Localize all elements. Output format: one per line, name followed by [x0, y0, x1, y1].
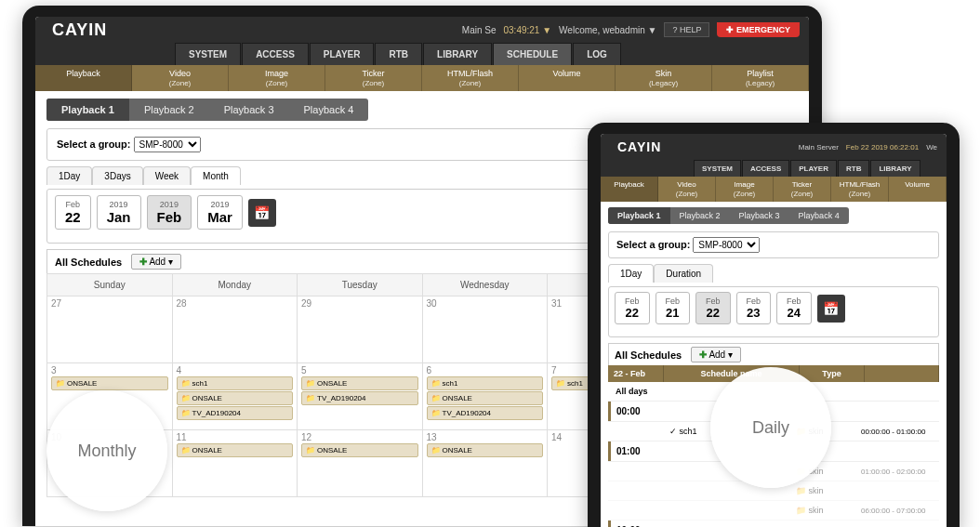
playback-tab[interactable]: Playback 4 [789, 207, 849, 224]
event-chip[interactable]: sch1 [177, 376, 294, 390]
event-chip[interactable]: TV_AD190204 [427, 406, 544, 420]
time-label: 01:00 [608, 441, 655, 461]
calendar-cell[interactable]: 6sch1ONSALETV_AD190204 [422, 363, 548, 430]
subnav-item[interactable]: Image(Zone) [716, 177, 774, 202]
event-chip[interactable]: ONSALE [51, 376, 168, 390]
add-button[interactable]: ✚ Add ▾ [691, 347, 741, 362]
subnav-item[interactable]: Volume [519, 65, 616, 91]
date-selector[interactable]: Feb22 [695, 292, 731, 324]
playback-tab[interactable]: Playback 1 [46, 99, 129, 121]
view-tab[interactable]: Week [143, 166, 191, 185]
day-header: Monday [172, 274, 298, 296]
view-tab[interactable]: 3Days [92, 166, 142, 185]
mainnav-access[interactable]: ACCESS [242, 43, 309, 65]
mainnav-schedule[interactable]: SCHEDULE [493, 43, 572, 65]
view-tab[interactable]: 1Day [608, 264, 654, 283]
view-tab[interactable]: 1Day [46, 166, 92, 185]
subnav-item[interactable]: Playback [601, 177, 658, 202]
all-schedules-label: All Schedules [615, 349, 682, 361]
playback-tab[interactable]: Playback 3 [209, 99, 289, 121]
date-selector[interactable]: Feb21 [656, 292, 691, 324]
group-label: Select a group: [57, 138, 130, 150]
clock: Feb 22 2019 06:22:01 [846, 143, 919, 152]
mainnav-system[interactable]: SYSTEM [694, 160, 741, 177]
playback-tab[interactable]: Playback 1 [608, 207, 670, 224]
date-selector[interactable]: 2019Feb [147, 195, 192, 230]
event-chip[interactable]: ONSALE [177, 391, 294, 405]
add-button[interactable]: ✚ Add ▾ [131, 254, 181, 270]
playback-tab[interactable]: Playback 3 [730, 207, 789, 224]
date-selector[interactable]: 2019Mar [197, 195, 243, 230]
date-selector[interactable]: Feb22 [55, 195, 91, 230]
calendar-icon[interactable]: 📅 [817, 295, 845, 323]
subnav-item[interactable]: Playlist(Legacy) [712, 65, 809, 91]
calendar-cell[interactable]: 27 [47, 296, 173, 363]
calendar-cell[interactable]: 28 [172, 296, 298, 363]
view-tab[interactable]: Month [191, 166, 241, 185]
event-chip[interactable]: TV_AD190204 [177, 406, 294, 420]
welcome-text: We [926, 143, 937, 152]
subnav-item[interactable]: Video(Zone) [658, 177, 716, 202]
calendar-cell[interactable]: 30 [422, 296, 548, 363]
welcome-text: Welcome, webadmin ▼ [559, 25, 656, 35]
playback-tab[interactable]: Playback 4 [289, 99, 369, 121]
calendar-cell[interactable]: 13ONSALE [422, 430, 548, 497]
event-chip[interactable]: sch1 [427, 376, 544, 390]
calendar-cell[interactable]: 4sch1ONSALETV_AD190204 [172, 363, 298, 430]
calendar-cell[interactable]: 12ONSALE [298, 430, 423, 497]
day-header: Wednesday [422, 274, 548, 296]
mainnav-player[interactable]: PLAYER [790, 160, 837, 177]
emergency-button[interactable]: ✚ EMERGENCY [717, 22, 800, 37]
brand-logo: CAYIN [45, 20, 114, 40]
view-tabs: 1DayDuration [608, 264, 939, 283]
event-chip[interactable]: ONSALE [301, 443, 418, 457]
mainnav-log[interactable]: LOG [573, 43, 621, 65]
day-header: Tuesday [298, 274, 423, 296]
playback-tabs: Playback 1Playback 2Playback 3Playback 4 [46, 99, 368, 121]
event-chip[interactable]: TV_AD190204 [301, 391, 418, 405]
mainnav-library[interactable]: LIBRARY [870, 160, 920, 177]
mainnav-rtb[interactable]: RTB [838, 160, 869, 177]
playback-tab[interactable]: Playback 2 [670, 207, 730, 224]
subnav-item[interactable]: Ticker(Zone) [325, 65, 422, 91]
view-tab[interactable]: Duration [654, 264, 713, 283]
subnav-item[interactable]: Video(Zone) [132, 65, 229, 91]
mainnav-rtb[interactable]: RTB [375, 43, 422, 65]
mainnav-player[interactable]: PLAYER [310, 43, 375, 65]
date-selector[interactable]: Feb22 [615, 292, 650, 324]
subnav-item[interactable]: HTML/Flash(Zone) [422, 65, 519, 91]
group-panel: Select a group: SMP-8000 [608, 231, 939, 258]
date-selector[interactable]: Feb24 [776, 292, 812, 324]
group-select[interactable]: SMP-8000 [693, 237, 760, 253]
help-button[interactable]: ? HELP [664, 22, 709, 37]
calendar-cell[interactable]: 5ONSALETV_AD190204 [298, 363, 423, 430]
schedule-toolbar: All Schedules ✚ Add ▾ [608, 343, 939, 365]
subnav-item[interactable]: Volume [889, 177, 947, 202]
calendar-icon[interactable]: 📅 [248, 199, 276, 227]
topbar: CAYIN Main Server Feb 22 2019 06:22:01 W… [601, 134, 947, 160]
playback-tab[interactable]: Playback 2 [129, 99, 209, 121]
group-select[interactable]: SMP-8000 [134, 137, 201, 152]
brand-logo: CAYIN [610, 139, 669, 154]
monthly-badge: Monthly [46, 390, 167, 511]
schedule-row[interactable]: 📁 skin06:00:00 - 07:00:00 [608, 501, 939, 520]
clock: 03:49:21 ▼ [503, 25, 551, 35]
event-chip[interactable]: ONSALE [177, 443, 294, 457]
event-chip[interactable]: ONSALE [301, 376, 418, 390]
subnav-item[interactable]: Playback [35, 65, 132, 91]
subnav-item[interactable]: HTML/Flash(Zone) [831, 177, 889, 202]
date-selector[interactable]: Feb23 [736, 292, 772, 324]
calendar-cell[interactable]: 29 [298, 296, 423, 363]
calendar-cell[interactable]: 11ONSALE [172, 430, 298, 497]
event-chip[interactable]: ONSALE [427, 391, 544, 405]
event-chip[interactable]: ONSALE [427, 443, 544, 457]
mainnav-system[interactable]: SYSTEM [175, 43, 241, 65]
mainnav-library[interactable]: LIBRARY [423, 43, 492, 65]
date-selector[interactable]: 2019Jan [97, 195, 141, 230]
subnav-item[interactable]: Image(Zone) [229, 65, 325, 91]
daily-badge: Daily [710, 367, 831, 488]
server-name: Main Server [799, 143, 839, 152]
subnav-item[interactable]: Skin(Legacy) [616, 65, 712, 91]
mainnav-access[interactable]: ACCESS [742, 160, 789, 177]
subnav-item[interactable]: Ticker(Zone) [774, 177, 831, 202]
